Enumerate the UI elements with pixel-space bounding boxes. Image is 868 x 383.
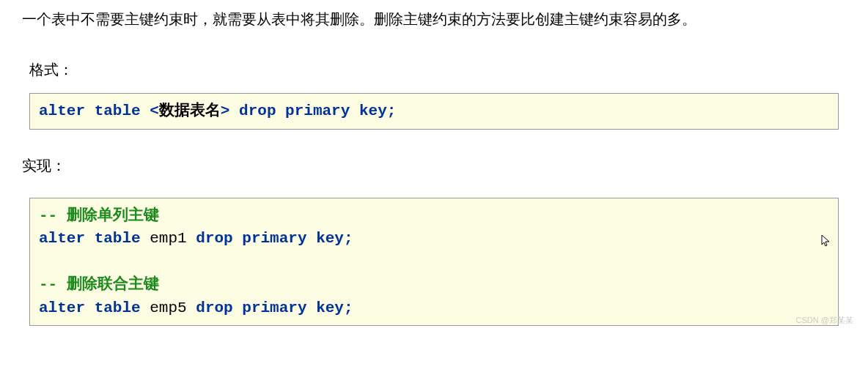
angle-close: > xyxy=(221,103,230,119)
comment-composite-pk: -- 删除联合主键 xyxy=(39,276,159,293)
semicolon: ; xyxy=(344,230,353,247)
watermark-text: CSDN @郑某某 xyxy=(796,315,853,326)
kw-primary: primary xyxy=(242,300,306,316)
kw-alter: alter xyxy=(39,300,85,316)
implement-code-block: -- 删除单列主键 alter table emp1 drop primary … xyxy=(29,198,839,327)
kw-key: key xyxy=(359,103,387,119)
format-label: 格式： xyxy=(29,60,846,80)
kw-alter: alter xyxy=(39,230,85,247)
comment-single-pk: -- 删除单列主键 xyxy=(39,207,159,224)
kw-drop: drop xyxy=(196,300,232,316)
kw-alter: alter xyxy=(39,103,85,119)
table-name-placeholder: 数据表名 xyxy=(159,103,221,119)
kw-table: table xyxy=(95,230,141,247)
semicolon: ; xyxy=(344,300,353,316)
semicolon: ; xyxy=(387,103,397,119)
format-code-block: alter table <数据表名> drop primary key; xyxy=(29,93,839,130)
angle-open: < xyxy=(150,103,159,119)
kw-table: table xyxy=(95,103,141,119)
kw-drop: drop xyxy=(239,103,276,119)
implement-label: 实现： xyxy=(22,156,846,176)
kw-drop: drop xyxy=(196,230,232,247)
ident-emp1: emp1 xyxy=(150,230,186,247)
kw-table: table xyxy=(95,300,141,316)
kw-primary: primary xyxy=(242,230,306,247)
intro-paragraph: 一个表中不需要主键约束时，就需要从表中将其删除。删除主键约束的方法要比创建主键约… xyxy=(22,7,846,31)
cursor-icon xyxy=(821,234,831,248)
ident-emp5: emp5 xyxy=(150,300,186,316)
kw-key: key xyxy=(316,300,344,316)
kw-primary: primary xyxy=(285,103,350,119)
kw-key: key xyxy=(316,230,344,247)
